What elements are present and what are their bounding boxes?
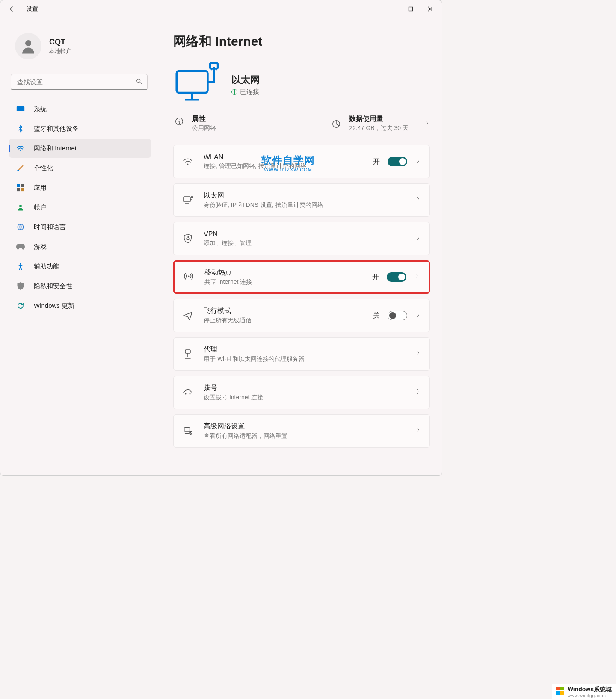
back-button[interactable] bbox=[4, 1, 19, 17]
chevron-right-icon bbox=[415, 196, 421, 204]
svg-point-14 bbox=[20, 263, 21, 265]
state-label: 开 bbox=[373, 157, 380, 166]
user-icon bbox=[16, 203, 25, 212]
bluetooth-icon bbox=[16, 124, 25, 133]
state-label: 关 bbox=[373, 311, 380, 320]
footer-line2: www.wxclgg.com bbox=[568, 693, 612, 698]
sidebar-item-apps[interactable]: 应用 bbox=[9, 178, 151, 197]
ethernet-monitor-icon bbox=[173, 62, 220, 107]
card-vpn[interactable]: VPN 添加、连接、管理 bbox=[173, 222, 430, 255]
sidebar-item-personalization[interactable]: 个性化 bbox=[9, 159, 151, 177]
nav: 系统 蓝牙和其他设备 网络和 Internet 个性化 应用 bbox=[9, 100, 151, 315]
chevron-right-icon bbox=[415, 235, 421, 242]
card-subtitle: 用于 Wi-Fi 和以太网连接的代理服务器 bbox=[204, 355, 405, 363]
main-content: 网络和 Internet 以太网 已连接 bbox=[154, 18, 442, 475]
card-list: WLAN 连接, 管理已知网络, 按流量计费的网络 开 以太网 身份验证, IP… bbox=[173, 145, 430, 448]
svg-point-6 bbox=[20, 150, 21, 151]
info-icon bbox=[173, 115, 185, 127]
card-title: 拨号 bbox=[204, 383, 405, 392]
sidebar-item-label: 游戏 bbox=[34, 243, 47, 251]
globe-mini-icon bbox=[231, 89, 237, 95]
sidebar-item-label: 个性化 bbox=[34, 164, 53, 172]
card-hotspot[interactable]: 移动热点 共享 Internet 连接 开 bbox=[173, 260, 430, 294]
svg-rect-27 bbox=[184, 428, 190, 431]
card-subtitle: 查看所有网络适配器，网络重置 bbox=[204, 432, 405, 440]
card-advanced[interactable]: 高级网络设置 查看所有网络适配器，网络重置 bbox=[173, 414, 430, 448]
sidebar-item-label: 时间和语言 bbox=[34, 223, 66, 231]
link-properties[interactable]: 属性 公用网络 bbox=[173, 115, 216, 132]
card-wlan[interactable]: WLAN 连接, 管理已知网络, 按流量计费的网络 开 bbox=[173, 145, 430, 178]
card-title: 以太网 bbox=[204, 191, 405, 200]
link-subtitle: 公用网络 bbox=[192, 124, 216, 132]
minimize-button[interactable] bbox=[381, 2, 401, 16]
svg-point-25 bbox=[185, 393, 187, 395]
close-button[interactable] bbox=[421, 2, 440, 16]
card-title: 移动热点 bbox=[204, 268, 362, 277]
body: CQT 本地帐户 系统 蓝牙和其他设备 bbox=[0, 18, 442, 475]
maximize-icon bbox=[408, 6, 413, 12]
chevron-right-icon bbox=[415, 427, 421, 435]
chevron-right-icon bbox=[414, 273, 420, 281]
link-data-usage[interactable]: 数据使用量 22.47 GB，过去 30 天 bbox=[330, 115, 430, 132]
card-subtitle: 共享 Internet 连接 bbox=[204, 278, 362, 286]
sidebar-item-network[interactable]: 网络和 Internet bbox=[9, 139, 151, 158]
chevron-right-icon bbox=[415, 389, 421, 396]
svg-rect-9 bbox=[21, 184, 24, 187]
sidebar-item-privacy[interactable]: 隐私和安全性 bbox=[9, 277, 151, 295]
close-icon bbox=[428, 6, 433, 12]
sidebar-item-windows-update[interactable]: Windows 更新 bbox=[9, 296, 151, 315]
card-subtitle: 设置拨号 Internet 连接 bbox=[204, 394, 405, 401]
search-wrap bbox=[11, 74, 148, 90]
card-airplane[interactable]: 飞行模式 停止所有无线通信 关 bbox=[173, 299, 430, 332]
toggle-hotspot[interactable] bbox=[387, 272, 406, 282]
svg-point-12 bbox=[19, 205, 22, 207]
card-ethernet[interactable]: 以太网 身份验证, IP 和 DNS 设置, 按流量计费的网络 bbox=[173, 183, 430, 217]
svg-rect-24 bbox=[185, 350, 190, 353]
profile-subtitle: 本地帐户 bbox=[49, 47, 71, 55]
maximize-button[interactable] bbox=[401, 2, 421, 16]
sidebar-item-gaming[interactable]: 游戏 bbox=[9, 237, 151, 256]
card-title: VPN bbox=[204, 230, 405, 238]
card-subtitle: 停止所有无线通信 bbox=[204, 317, 363, 324]
chevron-right-icon bbox=[424, 120, 430, 127]
link-title: 属性 bbox=[192, 115, 216, 124]
update-icon bbox=[16, 301, 25, 310]
brush-icon bbox=[16, 163, 25, 173]
svg-point-3 bbox=[137, 79, 140, 83]
card-subtitle: 连接, 管理已知网络, 按流量计费的网络 bbox=[204, 162, 323, 170]
profile-name: CQT bbox=[49, 38, 71, 47]
back-arrow-icon bbox=[8, 6, 15, 12]
avatar bbox=[15, 33, 41, 59]
card-dialup[interactable]: 拨号 设置拨号 Internet 连接 bbox=[173, 376, 430, 409]
svg-rect-10 bbox=[17, 188, 20, 191]
shield-icon bbox=[16, 281, 25, 291]
sidebar-item-bluetooth[interactable]: 蓝牙和其他设备 bbox=[9, 119, 151, 138]
search-input[interactable] bbox=[11, 74, 148, 90]
svg-rect-11 bbox=[21, 188, 24, 191]
windows-logo-icon bbox=[556, 687, 564, 695]
vpn-shield-icon bbox=[182, 233, 193, 244]
hotspot-icon bbox=[183, 271, 194, 283]
wifi-icon bbox=[16, 144, 25, 153]
airplane-icon bbox=[182, 310, 193, 321]
sidebar: CQT 本地帐户 系统 蓝牙和其他设备 bbox=[0, 18, 154, 475]
sidebar-item-system[interactable]: 系统 bbox=[9, 100, 151, 118]
toggle-airplane[interactable] bbox=[388, 311, 407, 320]
sidebar-item-label: 帐户 bbox=[34, 204, 47, 212]
card-title: 高级网络设置 bbox=[204, 422, 405, 431]
svg-rect-4 bbox=[17, 106, 24, 111]
card-subtitle: 添加、连接、管理 bbox=[204, 239, 405, 247]
sidebar-item-accounts[interactable]: 帐户 bbox=[9, 198, 151, 217]
globe-time-icon bbox=[16, 222, 25, 232]
sidebar-item-accessibility[interactable]: 辅助功能 bbox=[9, 257, 151, 276]
toggle-wlan[interactable] bbox=[388, 157, 407, 166]
chevron-right-icon bbox=[415, 312, 421, 319]
sidebar-item-label: 蓝牙和其他设备 bbox=[34, 125, 79, 133]
sidebar-item-label: Windows 更新 bbox=[34, 302, 74, 310]
gamepad-icon bbox=[16, 242, 25, 251]
svg-point-2 bbox=[25, 40, 31, 46]
profile-block[interactable]: CQT 本地帐户 bbox=[9, 33, 151, 59]
sidebar-item-time-language[interactable]: 时间和语言 bbox=[9, 218, 151, 236]
state-label: 开 bbox=[372, 273, 379, 282]
card-proxy[interactable]: 代理 用于 Wi-Fi 和以太网连接的代理服务器 bbox=[173, 337, 430, 371]
